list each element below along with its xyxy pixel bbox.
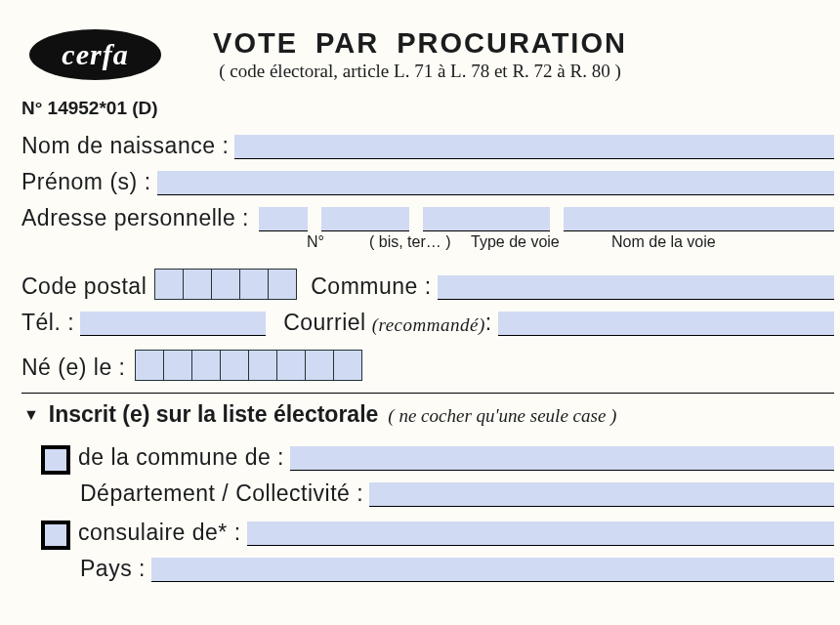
- postal-input[interactable]: [154, 269, 297, 300]
- address-bis-input[interactable]: [321, 207, 409, 231]
- checkbox-commune[interactable]: [41, 445, 70, 475]
- opt-commune-input[interactable]: [290, 446, 834, 471]
- address-type-caption: Type de voie: [471, 233, 598, 251]
- opt-pays-input[interactable]: [151, 558, 834, 582]
- address-name-input[interactable]: [564, 207, 834, 231]
- opt-dept-label: Département / Collectivité :: [80, 480, 363, 507]
- section-hint: ( ne cocher qu'une seule case ): [388, 405, 616, 427]
- address-type-input[interactable]: [423, 207, 550, 231]
- opt-consulaire-label: consulaire de* :: [78, 520, 241, 546]
- commune-label: Commune :: [311, 273, 431, 300]
- opt-commune-label: de la commune de :: [78, 444, 284, 471]
- birth-name-input[interactable]: [234, 135, 834, 159]
- page-title: VOTE PAR PROCURATION: [0, 27, 840, 60]
- divider: [21, 393, 834, 394]
- email-input[interactable]: [498, 312, 834, 336]
- email-label: Courriel: [283, 310, 366, 336]
- commune-input[interactable]: [438, 275, 834, 300]
- address-bis-caption: ( bis, ter… ): [369, 233, 457, 251]
- birth-date-label: Né (e) le :: [21, 354, 125, 381]
- form-number: N° 14952*01 (D): [21, 98, 158, 119]
- section-title: Inscrit (e) sur la liste électorale: [49, 401, 378, 428]
- address-name-caption: Nom de la voie: [611, 233, 716, 251]
- tel-label: Tél. :: [21, 310, 74, 336]
- opt-dept-input[interactable]: [369, 482, 834, 507]
- opt-pays-label: Pays :: [80, 556, 146, 582]
- given-names-input[interactable]: [157, 171, 834, 195]
- opt-consulaire-input[interactable]: [247, 521, 834, 546]
- page-subtitle: ( code électoral, article L. 71 à L. 78 …: [0, 61, 840, 82]
- address-no-caption: N°: [307, 233, 356, 251]
- address-no-input[interactable]: [259, 207, 308, 231]
- tel-input[interactable]: [80, 312, 266, 336]
- email-hint: (recommandé): [372, 314, 485, 336]
- birth-date-input[interactable]: [135, 350, 362, 381]
- address-label: Adresse personnelle :: [21, 205, 249, 231]
- given-names-label: Prénom (s) :: [21, 169, 151, 195]
- birth-name-label: Nom de naissance :: [21, 133, 229, 159]
- triangle-icon: ▼: [23, 406, 39, 424]
- checkbox-consulaire[interactable]: [41, 521, 70, 550]
- postal-label: Code postal: [21, 273, 147, 300]
